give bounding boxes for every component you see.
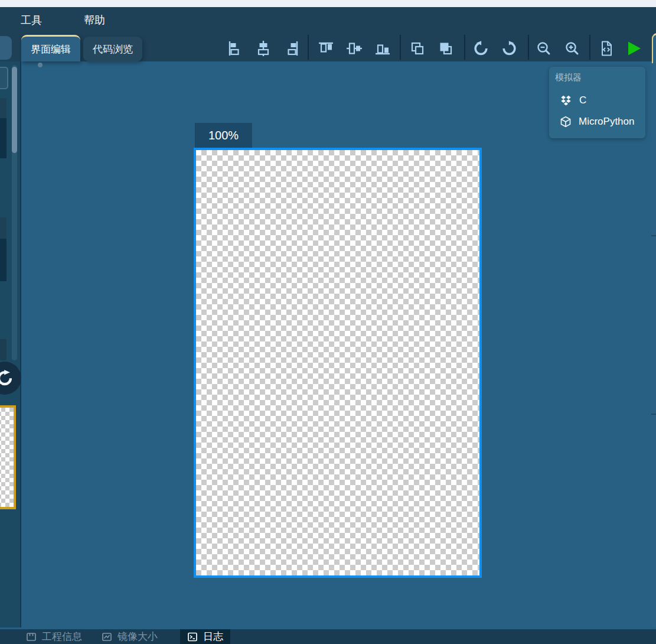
align-top-button[interactable] [318,40,334,57]
refresh-icon [0,369,14,387]
menubar: 工具 帮助 [0,7,656,33]
bottom-tab-log[interactable]: 日志 [180,629,230,644]
toolbar-separator [464,35,465,60]
code-file-icon [599,41,614,56]
project-info-icon [26,632,37,642]
align-bottom-button[interactable] [374,40,391,57]
sidebar-item-partial[interactable] [0,118,6,158]
tab-code-browse-label: 代码浏览 [93,43,133,56]
sidebar-item-partial[interactable] [0,239,6,281]
refresh-button[interactable] [0,362,21,395]
bottom-tab-image-size[interactable]: 镜像大小 [94,629,165,644]
align-middle-vertical-icon [347,41,362,56]
sidebar-item-partial[interactable] [0,98,6,118]
run-button[interactable] [626,40,642,57]
sidebar-item-partial[interactable] [0,217,6,239]
dropbox-icon [560,95,572,106]
simulator-panel-title: 模拟器 [555,72,582,83]
bottom-tab-log-label: 日志 [203,630,223,643]
redo-icon [501,41,517,57]
right-panel-clipped [651,61,656,627]
bottom-bar: 工程信息 镜像大小 日志 [0,629,656,644]
simulator-option-micropython-label: MicroPython [579,116,634,128]
align-middle-vertical-button[interactable] [346,40,363,57]
gui-designer-window: 工具 帮助 界面编辑 代码浏览 [0,0,656,644]
toolbar-separator [308,35,309,60]
design-canvas[interactable] [194,148,482,578]
tab-ui-edit[interactable]: 界面编辑 [21,35,80,61]
screen-thumbnail-selected[interactable] [0,405,16,509]
canvas-zoom-badge: 100% [195,123,252,148]
bottom-tab-image-size-label: 镜像大小 [118,630,158,643]
simulator-option-c[interactable]: C [560,93,586,108]
align-center-horizontal-button[interactable] [255,40,272,57]
scroll-dot [38,63,43,67]
package-icon [560,116,572,128]
align-right-button[interactable] [283,40,300,57]
align-bottom-icon [375,41,390,56]
sidebar-scrollbar-thumb[interactable] [12,67,17,153]
right-panel-separator [651,414,656,415]
bottom-tab-project-info-label: 工程信息 [42,630,82,643]
undo-button[interactable] [472,40,489,57]
play-icon [626,41,642,56]
zoom-in-button[interactable] [564,40,580,57]
redo-button[interactable] [501,40,517,57]
window-top-edge [0,0,656,7]
menu-help[interactable]: 帮助 [76,13,113,27]
right-tab-stub-clipped[interactable] [652,33,656,63]
left-panel-clipped [0,61,21,627]
simulator-option-micropython[interactable]: MicroPython [560,115,634,129]
align-top-icon [318,41,334,56]
canvas-zoom-value: 100% [208,129,239,142]
sidebar-item-partial[interactable] [0,339,6,360]
simulator-option-c-label: C [579,95,586,106]
simulator-panel: 模拟器 C MicroPython [549,67,645,138]
align-left-icon [227,41,243,56]
align-left-button[interactable] [227,40,243,57]
log-terminal-icon [187,632,198,642]
undo-icon [473,41,489,57]
code-view-button[interactable] [598,40,615,57]
menu-tools[interactable]: 工具 [12,13,50,27]
right-panel-separator [651,235,656,236]
zoom-out-button[interactable] [536,40,552,57]
align-right-icon [284,41,299,56]
zoom-out-icon [536,41,551,56]
toolbar-separator [400,35,401,60]
tab-code-browse[interactable]: 代码浏览 [83,37,142,61]
tab-ui-edit-label: 界面编辑 [31,43,71,56]
image-size-icon [102,632,112,642]
toolbar-separator [589,35,590,60]
sidebar-item-partial[interactable] [0,67,8,89]
bottom-tab-project-info[interactable]: 工程信息 [19,629,89,644]
align-center-horizontal-icon [256,41,271,56]
send-backward-icon [438,41,453,56]
bring-forward-button[interactable] [409,40,426,57]
zoom-in-icon [564,41,580,56]
send-backward-button[interactable] [438,40,454,57]
bring-forward-icon [410,41,425,56]
toolbar-separator [528,35,529,60]
tab-stub-clipped[interactable] [0,36,12,60]
